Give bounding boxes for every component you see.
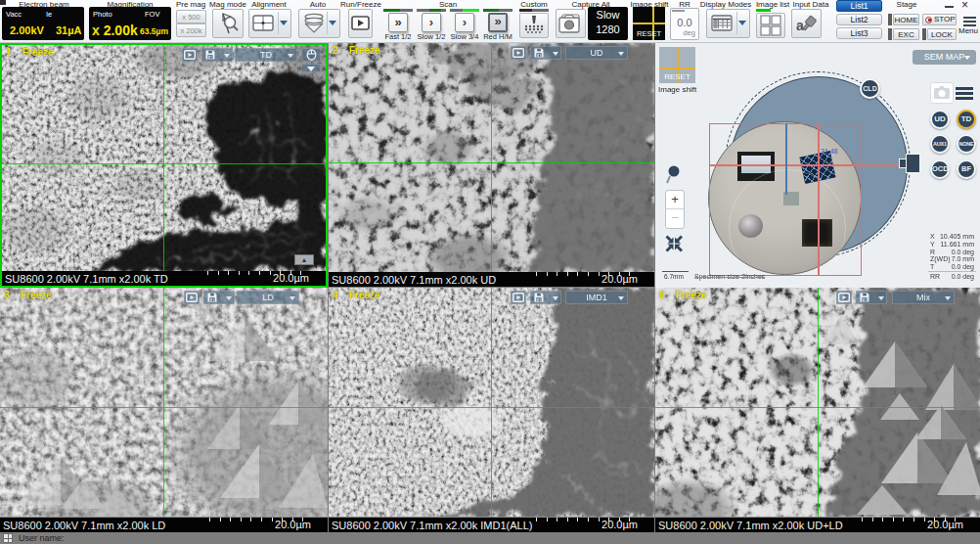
- svg-text:a: a: [796, 18, 804, 33]
